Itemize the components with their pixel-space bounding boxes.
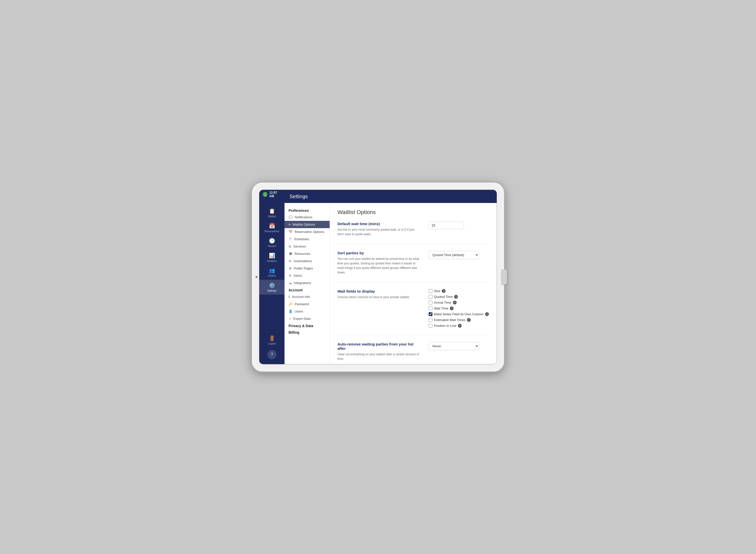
nav-item-reservations[interactable]: 📅 Reservations: [259, 220, 285, 235]
nav-label-reservations: Reservations: [265, 230, 279, 233]
checkbox-row-make-notes: Make Notes Field its Own Column ?: [429, 312, 489, 316]
checkbox-wait-time[interactable]: [429, 307, 433, 310]
menu-label-users: Users: [295, 310, 303, 313]
menu-item-export-data[interactable]: ↗ Export Data: [285, 315, 330, 322]
help-button[interactable]: ?: [267, 350, 276, 359]
nav-item-parties[interactable]: 👥 Parties: [259, 265, 285, 280]
section-wait-fields: Wait fields to display Choose which colu…: [338, 289, 489, 335]
reservation-options-icon: 📅: [289, 230, 293, 234]
menu-item-alerts[interactable]: ⚙ Alerts: [285, 272, 330, 279]
nav-label-parties: Parties: [268, 274, 276, 277]
menu-label-services: Services: [293, 244, 306, 248]
side-menu: Preferences 💬 Notifications ≡ Waitlist O…: [285, 203, 330, 364]
nav-item-logout[interactable]: 🚪 Logout: [259, 333, 285, 347]
menu-item-users[interactable]: 👤 Users: [285, 308, 330, 315]
menu-item-schedules[interactable]: ⏱ Schedules: [285, 235, 330, 243]
checkbox-label-size: Size: [434, 289, 440, 293]
section-sort-parties: Sort parties by You can sort your waitli…: [338, 251, 489, 282]
device-frame: 11:57 AM Settings 📋 Waitlist 📅 Reservati…: [252, 182, 504, 372]
integrations-icon: ☁: [289, 281, 292, 285]
menu-label-automations: Automations: [294, 259, 312, 263]
section-control-fields: Size ? Quoted Time ? Arrival Time: [429, 289, 489, 328]
help-icon-estimated-wait[interactable]: ?: [467, 318, 471, 322]
menu-item-reservation-options[interactable]: 📅 Reservation Options: [285, 228, 330, 235]
waitlist-icon: 📋: [269, 208, 275, 214]
schedules-icon: ⏱: [289, 237, 292, 241]
checkbox-row-wait-time: Wait Time ?: [429, 307, 489, 310]
nav-item-analytics[interactable]: 📊 Analytics: [259, 250, 285, 265]
status-time: 11:57 AM: [269, 191, 281, 198]
menu-item-public-pages[interactable]: 🖥 Public Pages: [285, 265, 330, 272]
public-pages-icon: 🖥: [289, 266, 292, 270]
checkbox-label-quoted-time: Quoted Time: [434, 295, 453, 299]
section-control-wait-time: [429, 222, 489, 229]
menu-label-reservation-options: Reservation Options: [295, 230, 324, 234]
help-icon-quoted-time[interactable]: ?: [454, 295, 458, 299]
checkbox-estimated-wait[interactable]: [429, 318, 433, 322]
default-wait-time-input[interactable]: [429, 222, 464, 229]
checkbox-label-make-notes: Make Notes Field its Own Column: [434, 312, 484, 316]
app-body: 📋 Waitlist 📅 Reservations 🕐 Recent 📊 Ana…: [259, 203, 497, 364]
waitlist-options-icon: ≡: [289, 223, 291, 226]
section-desc-sort: Sort parties by You can sort your waitli…: [338, 251, 421, 275]
nav-item-settings[interactable]: ⚙️ Settings: [259, 280, 285, 295]
menu-label-integrations: Integrations: [294, 281, 311, 285]
checkbox-row-arrival-time: Arrival Time ?: [429, 301, 489, 304]
checkbox-quoted-time[interactable]: [429, 295, 433, 299]
help-icon-position-in-line[interactable]: ?: [458, 324, 462, 328]
resources-icon: 🎓: [289, 252, 293, 256]
checkbox-label-arrival-time: Arrival Time: [434, 301, 451, 304]
nav-item-waitlist[interactable]: 📋 Waitlist: [259, 206, 285, 220]
section-text-wait-time: Set this to your most commonly quoted wa…: [338, 227, 421, 236]
menu-item-password[interactable]: 🔑 Password: [285, 300, 330, 308]
nav-label-settings: Settings: [267, 289, 276, 292]
preferences-section-title: Preferences: [285, 207, 330, 214]
nav-item-recent[interactable]: 🕐 Recent: [259, 235, 285, 250]
settings-icon: ⚙️: [269, 282, 275, 288]
section-default-wait-time: Default wait time (mins) Set this to you…: [338, 222, 489, 244]
section-text-fields: Choose which columns to have in your pri…: [338, 295, 421, 299]
menu-label-public-pages: Public Pages: [294, 266, 313, 270]
checkbox-row-estimated-wait: Estimated Wait Times ?: [429, 318, 489, 322]
section-control-sort: Quoted Time (default) Arrival Time: [429, 251, 489, 259]
menu-label-alerts: Alerts: [294, 274, 302, 278]
left-nav: 📋 Waitlist 📅 Reservations 🕐 Recent 📊 Ana…: [259, 203, 285, 364]
nav-label-recent: Recent: [268, 245, 276, 247]
checkbox-size[interactable]: [429, 289, 433, 293]
menu-item-waitlist-options[interactable]: ≡ Waitlist Options: [285, 221, 330, 228]
checkbox-position-in-line[interactable]: [429, 324, 433, 328]
sort-parties-select[interactable]: Quoted Time (default) Arrival Time: [429, 251, 479, 259]
nav-label-logout: Logout: [268, 342, 276, 345]
section-auto-remove: Auto-remove waiting parties from your li…: [338, 342, 489, 364]
help-icon-make-notes[interactable]: ?: [485, 312, 489, 316]
alerts-icon: ⚙: [289, 274, 292, 278]
menu-label-resources: Resources: [295, 252, 310, 256]
checkbox-make-notes[interactable]: [429, 312, 433, 316]
automations-icon: ⚙: [289, 259, 292, 263]
menu-item-integrations[interactable]: ☁ Integrations: [285, 279, 330, 287]
logout-icon: 🚪: [269, 335, 275, 341]
account-section-title: Account: [285, 287, 330, 293]
help-icon-wait-time[interactable]: ?: [450, 307, 454, 310]
auto-remove-select[interactable]: Never 30 minutes 1 hour 2 hours 4 hours: [429, 342, 479, 350]
menu-label-account-info: Account Info: [292, 295, 310, 299]
section-label-sort: Sort parties by: [338, 251, 421, 255]
menu-item-automations[interactable]: ⚙ Automations: [285, 257, 330, 265]
nav-label-analytics: Analytics: [267, 260, 277, 262]
device-screen: 11:57 AM Settings 📋 Waitlist 📅 Reservati…: [259, 189, 497, 365]
help-icon-arrival-time[interactable]: ?: [453, 301, 457, 304]
menu-label-password: Password: [295, 302, 309, 306]
top-bar: 11:57 AM Settings: [259, 190, 497, 203]
menu-item-resources[interactable]: 🎓 Resources: [285, 250, 330, 257]
help-icon-size[interactable]: ?: [442, 289, 446, 293]
menu-item-account-info[interactable]: ℹ Account Info: [285, 293, 330, 300]
main-content: Waitlist Options Default wait time (mins…: [330, 203, 497, 364]
reservations-icon: 📅: [269, 223, 275, 229]
checkbox-arrival-time[interactable]: [429, 301, 433, 304]
header-title: Settings: [290, 193, 308, 200]
device-button-right: [501, 269, 507, 285]
password-icon: 🔑: [289, 302, 293, 306]
menu-item-notifications[interactable]: 💬 Notifications: [285, 214, 330, 221]
menu-item-services[interactable]: ⊞ Services: [285, 243, 330, 250]
menu-label-notifications: Notifications: [295, 215, 312, 219]
